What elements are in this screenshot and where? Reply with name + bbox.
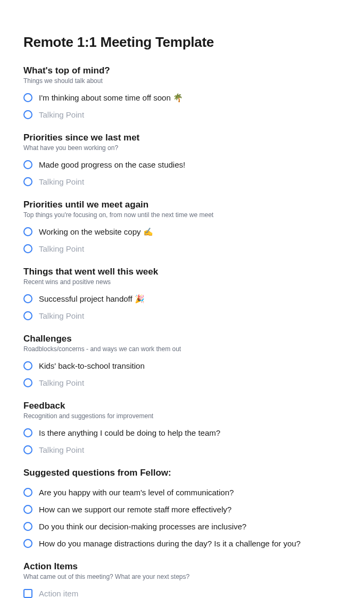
item-text[interactable]: Is there anything I could be doing to he… (39, 427, 220, 438)
item-text[interactable]: Talking Point (39, 243, 84, 254)
list-item[interactable]: How do you manage distractions during th… (23, 537, 341, 550)
list-item[interactable]: Talking Point (23, 108, 341, 121)
section: FeedbackRecognition and suggestions for … (23, 401, 341, 456)
item-text[interactable]: Made good progress on the case studies! (39, 159, 185, 170)
page-title: Remote 1:1 Meeting Template (23, 34, 341, 51)
radio-icon[interactable] (23, 311, 32, 320)
list-item[interactable]: Made good progress on the case studies! (23, 158, 341, 171)
list-item[interactable]: Talking Point (23, 309, 341, 322)
list-item[interactable]: Are you happy with our team's level of c… (23, 486, 341, 499)
radio-icon[interactable] (23, 110, 32, 119)
item-text[interactable]: Talking Point (39, 109, 84, 120)
item-text[interactable]: Do you think our decision-making process… (39, 521, 246, 532)
item-text[interactable]: How do you manage distractions during th… (39, 538, 301, 549)
radio-icon[interactable] (23, 227, 32, 236)
section-title: What's top of mind? (23, 65, 341, 76)
radio-icon[interactable] (23, 294, 32, 303)
section-subtitle: Things we should talk about (23, 77, 341, 85)
section: Priorities until we meet againTop things… (23, 200, 341, 255)
list-item[interactable]: Talking Point (23, 443, 341, 456)
section-subtitle: What have you been working on? (23, 144, 341, 152)
radio-icon[interactable] (23, 160, 32, 169)
list-item[interactable]: I'm thinking about some time off soon 🌴 (23, 91, 341, 104)
section-title: Priorities until we meet again (23, 200, 341, 210)
list-item[interactable]: Talking Point (23, 242, 341, 255)
list-item[interactable]: Talking Point (23, 175, 341, 188)
item-text[interactable]: Are you happy with our team's level of c… (39, 487, 234, 498)
item-text[interactable]: Talking Point (39, 444, 84, 455)
section: Suggested questions from Fellow:Are you … (23, 468, 341, 550)
radio-icon[interactable] (23, 539, 32, 548)
item-text[interactable]: Working on the website copy ✍️ (39, 226, 153, 237)
section-title: Action Items (23, 561, 341, 572)
section-subtitle: Recognition and suggestions for improvem… (23, 412, 341, 420)
radio-icon[interactable] (23, 428, 32, 437)
item-text[interactable]: Successful project handoff 🎉 (39, 293, 145, 304)
item-text[interactable]: Talking Point (39, 310, 84, 321)
item-text[interactable]: Action item (39, 588, 78, 599)
radio-icon[interactable] (23, 378, 32, 387)
list-item[interactable]: How can we support our remote staff more… (23, 503, 341, 516)
radio-icon[interactable] (23, 361, 32, 370)
section: ChallengesRoadblocks/concerns - and ways… (23, 334, 341, 389)
section-title: Priorities since we last met (23, 132, 341, 143)
list-item[interactable]: Working on the website copy ✍️ (23, 225, 341, 238)
list-item[interactable]: Action item (23, 587, 341, 598)
item-text[interactable]: Talking Point (39, 176, 84, 187)
radio-icon[interactable] (23, 93, 32, 102)
item-text[interactable]: I'm thinking about some time off soon 🌴 (39, 92, 183, 103)
section-subtitle: What came out of this meeting? What are … (23, 573, 341, 580)
section: Things that went well this weekRecent wi… (23, 267, 341, 322)
radio-icon[interactable] (23, 488, 32, 497)
radio-icon[interactable] (23, 445, 32, 454)
radio-icon[interactable] (23, 177, 32, 186)
radio-icon[interactable] (23, 522, 32, 531)
list-item[interactable]: Talking Point (23, 376, 341, 389)
section: Action ItemsWhat came out of this meetin… (23, 561, 341, 598)
item-text[interactable]: Talking Point (39, 377, 84, 388)
list-item[interactable]: Do you think our decision-making process… (23, 520, 341, 533)
radio-icon[interactable] (23, 244, 32, 253)
item-text[interactable]: Kids' back-to-school transition (39, 360, 145, 371)
section-title: Challenges (23, 334, 341, 344)
item-text[interactable]: How can we support our remote staff more… (39, 504, 231, 515)
radio-icon[interactable] (23, 505, 32, 514)
section: Priorities since we last metWhat have yo… (23, 132, 341, 188)
section-subtitle: Recent wins and positive news (23, 278, 341, 286)
section-title: Feedback (23, 401, 341, 411)
list-item[interactable]: Successful project handoff 🎉 (23, 292, 341, 305)
list-item[interactable]: Is there anything I could be doing to he… (23, 426, 341, 439)
section: What's top of mind?Things we should talk… (23, 65, 341, 121)
section-title: Things that went well this week (23, 267, 341, 277)
list-item[interactable]: Kids' back-to-school transition (23, 359, 341, 372)
section-title: Suggested questions from Fellow: (23, 468, 341, 478)
section-subtitle: Roadblocks/concerns - and ways we can wo… (23, 345, 341, 353)
checkbox-icon[interactable] (23, 589, 32, 598)
section-subtitle: Top things you're focusing on, from now … (23, 211, 341, 219)
